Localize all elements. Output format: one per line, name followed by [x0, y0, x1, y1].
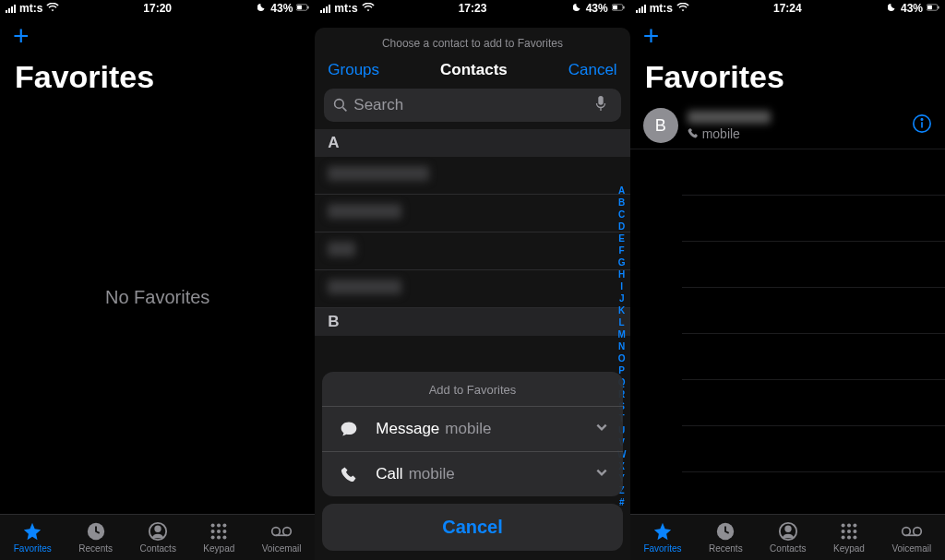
action-sheet: Add to Favorites Message mobile Call mob…: [322, 372, 622, 551]
tab-contacts[interactable]: Contacts: [139, 521, 175, 554]
svg-rect-25: [927, 6, 932, 9]
tab-label: Recents: [78, 543, 113, 554]
add-button[interactable]: +: [630, 17, 945, 55]
tab-recents[interactable]: Recents: [78, 521, 113, 554]
svg-point-10: [217, 530, 221, 533]
index-letter[interactable]: L: [616, 316, 628, 328]
svg-point-8: [223, 524, 227, 528]
voicemail-icon: [901, 521, 923, 542]
svg-point-37: [847, 530, 851, 533]
svg-point-34: [847, 524, 851, 528]
tab-keypad[interactable]: Keypad: [203, 521, 234, 554]
battery-icon: [927, 2, 939, 15]
list-row-separator: [682, 149, 945, 196]
index-letter[interactable]: J: [616, 292, 628, 304]
index-letter[interactable]: K: [616, 304, 628, 316]
tab-label: Favorites: [14, 543, 52, 554]
page-title: Favorites: [0, 55, 315, 102]
svg-point-32: [785, 527, 791, 532]
svg-rect-19: [613, 6, 617, 9]
avatar: B: [643, 108, 678, 143]
favorite-sub: mobile: [702, 126, 740, 141]
tab-recents[interactable]: Recents: [709, 521, 743, 554]
tab-keypad[interactable]: Keypad: [833, 521, 865, 554]
tab-label: Contacts: [139, 543, 175, 554]
status-time: 17:24: [773, 2, 802, 15]
contact-row[interactable]: [315, 232, 629, 270]
sheet-row-meta: mobile: [409, 465, 455, 483]
svg-point-35: [853, 524, 856, 528]
screen-favorites-empty: mt:s 17:20 43% + Favorites No Favorites …: [0, 0, 315, 560]
sheet-row-call[interactable]: Call mobile: [322, 451, 622, 496]
svg-point-13: [217, 535, 221, 539]
dictate-icon[interactable]: [595, 95, 612, 116]
contact-row[interactable]: [315, 157, 629, 195]
svg-point-40: [847, 535, 851, 539]
svg-point-41: [853, 535, 856, 539]
groups-button[interactable]: Groups: [328, 61, 379, 79]
svg-point-6: [211, 524, 215, 528]
message-icon: [337, 420, 361, 438]
svg-point-14: [223, 535, 227, 539]
index-letter[interactable]: D: [616, 220, 628, 232]
sheet-row-meta: mobile: [445, 420, 491, 438]
svg-point-15: [272, 528, 281, 536]
carrier-label: mt:s: [650, 2, 673, 15]
svg-point-29: [921, 119, 922, 120]
tab-voicemail[interactable]: Voicemail: [262, 521, 302, 554]
list-row-separator: [682, 380, 945, 426]
svg-rect-2: [308, 6, 309, 8]
favorite-row[interactable]: B mobile: [630, 102, 945, 149]
wifi-icon: [362, 2, 375, 15]
screen-contact-picker: mt:s 17:23 43% Choose a contact to add t…: [315, 0, 629, 560]
signal-icon: [320, 5, 330, 13]
svg-point-33: [842, 524, 845, 528]
tab-label: Favorites: [643, 543, 681, 554]
search-input[interactable]: Search: [324, 89, 620, 122]
info-button[interactable]: [912, 113, 932, 137]
cancel-button[interactable]: Cancel: [568, 61, 617, 79]
index-letter[interactable]: C: [616, 209, 628, 220]
tab-label: Keypad: [203, 543, 234, 554]
empty-state: No Favorites: [0, 287, 315, 308]
svg-rect-23: [598, 95, 603, 104]
section-header: B: [315, 308, 629, 336]
modal-hint: Choose a contact to add to Favorites: [315, 28, 629, 57]
keypad-icon: [208, 521, 230, 542]
tab-voicemail[interactable]: Voicemail: [891, 521, 931, 554]
battery-label: 43%: [270, 2, 293, 15]
contact-row[interactable]: [315, 195, 629, 232]
moon-icon: [888, 2, 897, 15]
status-time: 17:20: [143, 2, 172, 15]
tab-contacts[interactable]: Contacts: [770, 521, 806, 554]
tab-favorites[interactable]: Favorites: [14, 521, 52, 554]
add-button[interactable]: +: [0, 17, 315, 55]
sheet-cancel-button[interactable]: Cancel: [322, 504, 622, 551]
svg-point-21: [335, 100, 344, 109]
index-letter[interactable]: G: [616, 256, 628, 268]
search-placeholder: Search: [353, 96, 403, 114]
index-letter[interactable]: E: [616, 232, 628, 244]
svg-rect-1: [297, 6, 302, 9]
index-letter[interactable]: B: [616, 197, 628, 209]
contact-row[interactable]: [315, 270, 629, 308]
signal-icon: [6, 5, 16, 13]
index-letter[interactable]: O: [616, 352, 628, 364]
page-title: Favorites: [630, 55, 945, 102]
battery-icon: [612, 2, 625, 15]
index-letter[interactable]: A: [616, 185, 628, 197]
index-letter[interactable]: N: [616, 340, 628, 352]
index-letter[interactable]: I: [616, 280, 628, 292]
svg-point-36: [842, 530, 845, 533]
chevron-down-icon: [595, 465, 608, 483]
contact-name-redacted: [328, 204, 401, 219]
tab-favorites[interactable]: Favorites: [643, 521, 681, 554]
svg-point-39: [842, 535, 845, 539]
svg-point-12: [211, 535, 215, 539]
sheet-row-message[interactable]: Message mobile: [322, 406, 622, 451]
index-letter[interactable]: F: [616, 244, 628, 256]
index-letter[interactable]: M: [616, 328, 628, 340]
index-letter[interactable]: H: [616, 268, 628, 280]
contact-picker-modal: Choose a contact to add to Favorites Gro…: [315, 28, 629, 560]
signal-icon: [636, 5, 646, 13]
